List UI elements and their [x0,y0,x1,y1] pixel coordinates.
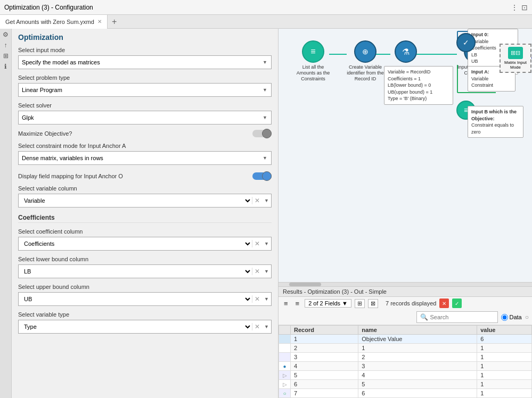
search-box[interactable]: 🔍 [416,311,498,323]
lower-bound-clear[interactable]: ✕ [252,268,262,275]
lower-bound-dropdown[interactable]: ▼ [262,269,271,274]
var-type-select-wrapper: Type ✕ ▼ [18,320,272,334]
matrix-icon: ⊞⊟ [508,47,523,59]
matrix-node[interactable]: ⊞⊟ Matrix Input Mode [500,44,531,73]
export-icon-btn[interactable]: ⊠ [368,299,378,308]
row-icon-btn-2[interactable]: ≡ [293,299,302,308]
row-name: 5 [358,380,477,389]
table-row: ●431 [279,362,532,371]
info-icon[interactable]: ℹ [4,63,7,70]
upper-bound-dropdown[interactable]: ▼ [262,296,271,302]
config-title: Optimization [18,33,272,42]
list-amounts-icon: ≡ [302,40,324,63]
upper-bound-select-wrapper: UB ✕ ▼ [18,292,272,306]
canvas-scrollbar[interactable] [279,282,532,286]
results-title: Results - Optimization (3) - Out - Simpl… [283,288,387,295]
lower-bound-select[interactable]: LB [19,265,252,278]
canvas-scrollbar-thumb [289,283,321,286]
input-mode-select-wrapper: Specify the model as matrices [18,55,272,69]
row-icon-btn-1[interactable]: ≡ [282,299,290,308]
settings-icon[interactable]: ⚙ [3,31,9,38]
lower-bound-label: Select lower bound column [18,256,272,262]
fields-button[interactable]: 2 of 2 Fields ▼ [305,299,351,308]
left-sidebar: ⚙ ↑ ⊞ ℹ [0,29,12,398]
row-name: 3 [358,362,477,371]
data-radio-label[interactable]: Data [501,314,522,321]
table-icon-btn[interactable]: ⊞ [355,299,365,308]
table-row: 321 [279,353,532,362]
arrow-icon[interactable]: ↑ [4,42,7,49]
var-type-dropdown[interactable]: ▼ [262,324,271,329]
fields-chevron: ▼ [342,300,348,306]
table-row: ○761 [279,389,532,398]
menu-icon[interactable]: ⋮ [511,3,518,12]
formula-node[interactable]: ⚗ [395,40,417,64]
var-type-clear[interactable]: ✕ [252,323,262,330]
row-icon-cell [279,344,291,353]
more-options-icon[interactable]: ○ [525,313,529,321]
problem-type-select-wrapper: Linear Program [18,83,272,97]
problem-type-select[interactable]: Linear Program [18,83,272,97]
results-table: Record name value 1Objective Value621132… [279,325,532,398]
var-type-label: Select variable type [18,311,272,318]
pin-icon[interactable]: ⊡ [521,3,528,12]
coeff-col-clear[interactable]: ✕ [252,240,262,247]
upper-bound-label: Select upper bound column [18,284,272,290]
coeff-col-select-wrapper: Coefficients ✕ ▼ [18,237,272,251]
solver-select[interactable]: Glpk [18,111,272,125]
coeff-col-dropdown[interactable]: ▼ [262,241,271,246]
toggle-knob [262,129,272,138]
results-tbody: 1Objective Value6211321●431▷541▷651○761 [279,335,532,398]
variable-col-clear[interactable]: ✕ [252,197,262,204]
row-record: 3 [291,353,358,362]
var-type-select[interactable]: Type [19,320,252,333]
coeff-col-select[interactable]: Coefficients [19,237,252,250]
field-mapping-toggle[interactable] [252,172,272,180]
canvas-area: ≡ List all the Amounts as the Constraint… [279,29,532,398]
list-amounts-node[interactable]: ≡ List all the Amounts as the Constraint… [294,40,332,81]
lower-bound-select-wrapper: LB ✕ ▼ [18,264,272,278]
row-name: Objective Value [358,335,477,344]
maximize-toggle-row: Maximize Objective? [18,130,272,137]
tab-close-icon[interactable]: ✕ [97,19,102,24]
variable-col-dropdown[interactable]: ▼ [262,198,271,203]
table-row: 1Objective Value6 [279,335,532,344]
col-value-header: value [477,326,532,335]
variable-col-label: Select variable column [18,185,272,192]
tab-main[interactable]: Get Amounts with Zero Sum.yxmd ✕ [0,15,108,29]
row-name: 2 [358,353,477,362]
create-var-node[interactable]: ⊕ Create Variable identifier from the Re… [347,40,384,81]
create-var-icon: ⊕ [354,40,377,63]
upper-bound-clear[interactable]: ✕ [252,295,262,303]
tab-label: Get Amounts with Zero Sum.yxmd [5,19,94,25]
col-record-header: Record [291,326,358,335]
formula-icon: ⚗ [395,40,417,63]
create-var-label: Create Variable identifier from the Reco… [347,64,384,81]
results-data-table: Record name value 1Objective Value621132… [279,325,532,398]
variable-col-select[interactable]: Variable [19,194,252,207]
constraint-mode-select[interactable]: Dense matrix, variables in rows [18,151,272,165]
search-input[interactable] [430,314,494,320]
tab-add-icon[interactable]: + [108,17,121,27]
row-icon-cell: ▷ [279,371,291,380]
data-radio[interactable] [501,314,508,321]
workflow-canvas[interactable]: ≡ List all the Amounts as the Constraint… [279,29,532,282]
table-row: ▷541 [279,371,532,380]
tag-icon[interactable]: ⊞ [3,52,9,60]
row-icon-cell: ▷ [279,380,291,389]
maximize-toggle[interactable] [252,130,272,137]
top-bar-icons: ⋮ ⊡ [511,3,528,12]
input-mode-select[interactable]: Specify the model as matrices [18,55,272,69]
accept-btn[interactable]: ✓ [452,298,462,308]
check-top-circle[interactable]: ✓ [456,33,476,52]
upper-bound-select[interactable]: UB [19,293,252,305]
row-record: 4 [291,362,358,371]
solver-label: Select solver [18,102,272,109]
reject-btn[interactable]: ✕ [439,298,449,308]
row-record: 2 [291,344,358,353]
table-row: ▷651 [279,380,532,389]
row-record: 1 [291,335,358,344]
row-value: 1 [477,389,532,398]
coefficients-header: Coefficients [18,214,272,223]
row-record: 6 [291,380,358,389]
